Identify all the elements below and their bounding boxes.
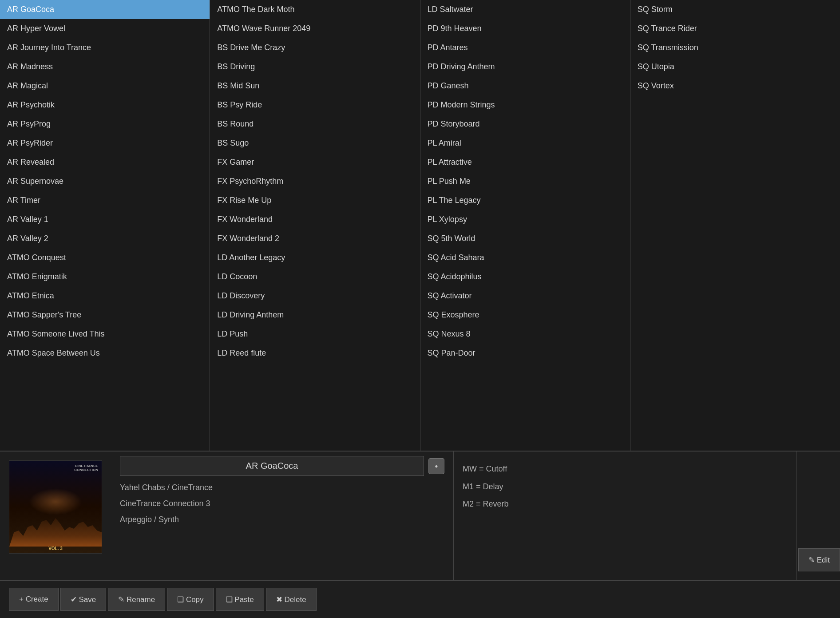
list-item[interactable]: BS Sugo — [210, 134, 420, 153]
list-item[interactable]: PL Amiral — [420, 134, 630, 153]
list-item[interactable]: AR PsyRider — [0, 134, 210, 153]
list-column-2: LD SaltwaterPD 9th HeavenPD AntaresPD Dr… — [420, 0, 630, 451]
list-item[interactable]: ATMO Someone Lived This — [0, 325, 210, 344]
list-item[interactable]: PD Ganesh — [420, 76, 630, 95]
list-item[interactable]: PL Push Me — [420, 172, 630, 191]
list-item[interactable]: ATMO Enigmatik — [0, 267, 210, 286]
list-item[interactable]: FX Wonderland — [210, 210, 420, 229]
list-item[interactable]: ATMO Conquest — [0, 248, 210, 267]
list-item[interactable]: PD Antares — [420, 38, 630, 57]
rename-button[interactable]: ✎ Rename — [108, 588, 165, 611]
list-item[interactable]: PL Xylopsy — [420, 210, 630, 229]
list-item[interactable]: AR Psychotik — [0, 95, 210, 115]
list-item[interactable]: SQ 5th World — [420, 229, 630, 248]
m2-reverb-label: M2 = Reverb — [463, 495, 787, 513]
list-item[interactable]: PD Modern Strings — [420, 95, 630, 115]
list-item[interactable]: LD Cocoon — [210, 267, 420, 286]
list-item[interactable]: SQ Nexus 8 — [420, 325, 630, 344]
list-item[interactable]: BS Round — [210, 115, 420, 134]
list-item[interactable]: LD Push — [210, 325, 420, 344]
list-item[interactable]: AR Valley 2 — [0, 229, 210, 248]
list-item[interactable]: FX Wonderland 2 — [210, 229, 420, 248]
preset-name-display: AR GoaCoca — [120, 456, 424, 476]
delete-button[interactable]: ✖ Delete — [266, 588, 317, 611]
list-item[interactable]: SQ Acid Sahara — [420, 248, 630, 267]
list-item[interactable]: AR Valley 1 — [0, 210, 210, 229]
artist-label: Yahel Chabs / CineTrance — [120, 479, 444, 495]
list-item[interactable]: ATMO Space Between Us — [0, 344, 210, 363]
m1-delay-label: M1 = Delay — [463, 478, 787, 496]
preset-list: AR GoaCocaAR Hyper VowelAR Journey Into … — [0, 0, 840, 452]
list-item[interactable]: ATMO Sapper's Tree — [0, 305, 210, 325]
edit-button[interactable]: ✎ Edit — [798, 548, 840, 571]
preset-info-panel: AR GoaCoca Yahel Chabs / CineTrance Cine… — [111, 452, 454, 580]
list-item[interactable]: SQ Activator — [420, 286, 630, 305]
dot-button[interactable] — [428, 458, 444, 474]
list-item[interactable]: AR GoaCoca — [0, 0, 210, 19]
list-item[interactable]: AR Journey Into Trance — [0, 38, 210, 57]
list-item[interactable]: AR Hyper Vowel — [0, 19, 210, 38]
list-item[interactable]: LD Reed flute — [210, 344, 420, 363]
list-item[interactable]: FX Gamer — [210, 153, 420, 172]
list-item[interactable]: PL Attractive — [420, 153, 630, 172]
bottom-panel: CINETRANCE CONNECTION VOL. 3 AR GoaCoca … — [0, 452, 840, 580]
list-item[interactable]: SQ Exosphere — [420, 305, 630, 325]
list-column-1: ATMO The Dark MothATMO Wave Runner 2049B… — [210, 0, 420, 451]
category-label: Arpeggio / Synth — [120, 511, 444, 527]
list-item[interactable]: FX Rise Me Up — [210, 191, 420, 210]
action-buttons-row: + Create ✔ Save ✎ Rename ❑ Copy ❑ Paste … — [0, 580, 840, 618]
list-item[interactable]: AR Madness — [0, 57, 210, 76]
list-item[interactable]: SQ Storm — [630, 0, 840, 19]
album-logo-text: CINETRANCE CONNECTION — [74, 464, 98, 472]
list-item[interactable]: SQ Pan-Door — [420, 344, 630, 363]
paste-button[interactable]: ❑ Paste — [216, 588, 264, 611]
list-item[interactable]: LD Saltwater — [420, 0, 630, 19]
list-item[interactable]: LD Driving Anthem — [210, 305, 420, 325]
list-item[interactable]: FX PsychoRhythm — [210, 172, 420, 191]
list-item[interactable]: PL The Legacy — [420, 191, 630, 210]
list-item[interactable]: AR Revealed — [0, 153, 210, 172]
list-item[interactable]: PD 9th Heaven — [420, 19, 630, 38]
list-item[interactable]: BS Psy Ride — [210, 95, 420, 115]
list-item[interactable]: AR Magical — [0, 76, 210, 95]
mw-info-panel: MW = Cutoff M1 = Delay M2 = Reverb — [454, 452, 796, 580]
list-item[interactable]: BS Mid Sun — [210, 76, 420, 95]
list-item[interactable]: LD Discovery — [210, 286, 420, 305]
save-button[interactable]: ✔ Save — [60, 588, 106, 611]
list-item[interactable]: SQ Trance Rider — [630, 19, 840, 38]
list-column-3: SQ StormSQ Trance RiderSQ TransmissionSQ… — [630, 0, 840, 451]
create-button[interactable]: + Create — [9, 588, 59, 611]
list-item[interactable]: LD Another Legacy — [210, 248, 420, 267]
album-art: CINETRANCE CONNECTION VOL. 3 — [9, 460, 102, 554]
album-label: CineTrance Connection 3 — [120, 495, 444, 511]
album-vol-text: VOL. 3 — [48, 546, 63, 551]
edit-button-area: ✎ Edit — [796, 452, 840, 580]
list-item[interactable]: PD Storyboard — [420, 115, 630, 134]
list-item[interactable]: BS Driving — [210, 57, 420, 76]
list-item[interactable]: BS Drive Me Crazy — [210, 38, 420, 57]
list-item[interactable]: SQ Transmission — [630, 38, 840, 57]
mw-cutoff-label: MW = Cutoff — [463, 460, 787, 478]
list-item[interactable]: SQ Acidophilus — [420, 267, 630, 286]
list-item[interactable]: SQ Utopia — [630, 57, 840, 76]
list-item[interactable]: ATMO The Dark Moth — [210, 0, 420, 19]
list-item[interactable]: AR Timer — [0, 191, 210, 210]
list-item[interactable]: AR PsyProg — [0, 115, 210, 134]
list-item[interactable]: PD Driving Anthem — [420, 57, 630, 76]
list-column-0: AR GoaCocaAR Hyper VowelAR Journey Into … — [0, 0, 210, 451]
list-item[interactable]: ATMO Wave Runner 2049 — [210, 19, 420, 38]
copy-button[interactable]: ❑ Copy — [167, 588, 214, 611]
list-item[interactable]: ATMO Etnica — [0, 286, 210, 305]
list-item[interactable]: SQ Vortex — [630, 76, 840, 95]
list-item[interactable]: AR Supernovae — [0, 172, 210, 191]
